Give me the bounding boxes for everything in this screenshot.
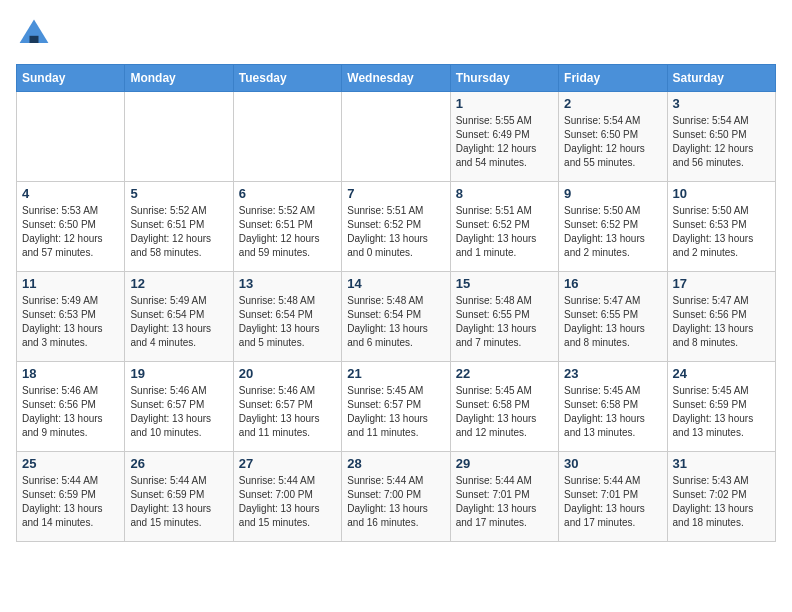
day-number: 23 [564,366,661,381]
day-number: 31 [673,456,770,471]
table-cell: 21Sunrise: 5:45 AM Sunset: 6:57 PM Dayli… [342,362,450,452]
table-cell: 1Sunrise: 5:55 AM Sunset: 6:49 PM Daylig… [450,92,558,182]
day-number: 11 [22,276,119,291]
table-cell [233,92,341,182]
table-cell: 10Sunrise: 5:50 AM Sunset: 6:53 PM Dayli… [667,182,775,272]
day-info: Sunrise: 5:44 AM Sunset: 7:00 PM Dayligh… [347,474,444,530]
day-info: Sunrise: 5:46 AM Sunset: 6:57 PM Dayligh… [239,384,336,440]
day-number: 6 [239,186,336,201]
table-cell: 17Sunrise: 5:47 AM Sunset: 6:56 PM Dayli… [667,272,775,362]
day-info: Sunrise: 5:48 AM Sunset: 6:54 PM Dayligh… [347,294,444,350]
day-info: Sunrise: 5:44 AM Sunset: 6:59 PM Dayligh… [130,474,227,530]
day-info: Sunrise: 5:47 AM Sunset: 6:56 PM Dayligh… [673,294,770,350]
table-cell: 16Sunrise: 5:47 AM Sunset: 6:55 PM Dayli… [559,272,667,362]
table-cell: 8Sunrise: 5:51 AM Sunset: 6:52 PM Daylig… [450,182,558,272]
day-info: Sunrise: 5:46 AM Sunset: 6:57 PM Dayligh… [130,384,227,440]
calendar-table: SundayMondayTuesdayWednesdayThursdayFrid… [16,64,776,542]
day-info: Sunrise: 5:50 AM Sunset: 6:53 PM Dayligh… [673,204,770,260]
table-cell: 23Sunrise: 5:45 AM Sunset: 6:58 PM Dayli… [559,362,667,452]
table-cell: 12Sunrise: 5:49 AM Sunset: 6:54 PM Dayli… [125,272,233,362]
day-number: 27 [239,456,336,471]
table-cell: 14Sunrise: 5:48 AM Sunset: 6:54 PM Dayli… [342,272,450,362]
day-info: Sunrise: 5:44 AM Sunset: 7:01 PM Dayligh… [564,474,661,530]
table-cell: 24Sunrise: 5:45 AM Sunset: 6:59 PM Dayli… [667,362,775,452]
table-cell: 4Sunrise: 5:53 AM Sunset: 6:50 PM Daylig… [17,182,125,272]
day-info: Sunrise: 5:45 AM Sunset: 6:58 PM Dayligh… [564,384,661,440]
table-cell: 22Sunrise: 5:45 AM Sunset: 6:58 PM Dayli… [450,362,558,452]
table-cell: 13Sunrise: 5:48 AM Sunset: 6:54 PM Dayli… [233,272,341,362]
day-info: Sunrise: 5:45 AM Sunset: 6:58 PM Dayligh… [456,384,553,440]
day-number: 21 [347,366,444,381]
day-info: Sunrise: 5:46 AM Sunset: 6:56 PM Dayligh… [22,384,119,440]
table-cell: 28Sunrise: 5:44 AM Sunset: 7:00 PM Dayli… [342,452,450,542]
table-cell: 9Sunrise: 5:50 AM Sunset: 6:52 PM Daylig… [559,182,667,272]
day-number: 24 [673,366,770,381]
table-cell: 7Sunrise: 5:51 AM Sunset: 6:52 PM Daylig… [342,182,450,272]
day-number: 12 [130,276,227,291]
week-row-3: 11Sunrise: 5:49 AM Sunset: 6:53 PM Dayli… [17,272,776,362]
day-info: Sunrise: 5:45 AM Sunset: 6:59 PM Dayligh… [673,384,770,440]
day-number: 29 [456,456,553,471]
day-number: 10 [673,186,770,201]
week-row-1: 1Sunrise: 5:55 AM Sunset: 6:49 PM Daylig… [17,92,776,182]
weekday-header-thursday: Thursday [450,65,558,92]
day-info: Sunrise: 5:53 AM Sunset: 6:50 PM Dayligh… [22,204,119,260]
week-row-4: 18Sunrise: 5:46 AM Sunset: 6:56 PM Dayli… [17,362,776,452]
day-number: 18 [22,366,119,381]
day-number: 16 [564,276,661,291]
table-cell: 11Sunrise: 5:49 AM Sunset: 6:53 PM Dayli… [17,272,125,362]
weekday-header-sunday: Sunday [17,65,125,92]
table-cell [342,92,450,182]
day-number: 19 [130,366,227,381]
day-number: 4 [22,186,119,201]
day-number: 28 [347,456,444,471]
day-info: Sunrise: 5:52 AM Sunset: 6:51 PM Dayligh… [130,204,227,260]
table-cell: 18Sunrise: 5:46 AM Sunset: 6:56 PM Dayli… [17,362,125,452]
day-info: Sunrise: 5:49 AM Sunset: 6:53 PM Dayligh… [22,294,119,350]
table-cell [125,92,233,182]
day-number: 15 [456,276,553,291]
logo-icon [16,16,52,52]
day-number: 25 [22,456,119,471]
day-info: Sunrise: 5:55 AM Sunset: 6:49 PM Dayligh… [456,114,553,170]
day-info: Sunrise: 5:44 AM Sunset: 7:00 PM Dayligh… [239,474,336,530]
day-info: Sunrise: 5:47 AM Sunset: 6:55 PM Dayligh… [564,294,661,350]
table-cell [17,92,125,182]
week-row-2: 4Sunrise: 5:53 AM Sunset: 6:50 PM Daylig… [17,182,776,272]
table-cell: 29Sunrise: 5:44 AM Sunset: 7:01 PM Dayli… [450,452,558,542]
day-info: Sunrise: 5:49 AM Sunset: 6:54 PM Dayligh… [130,294,227,350]
table-cell: 30Sunrise: 5:44 AM Sunset: 7:01 PM Dayli… [559,452,667,542]
day-number: 3 [673,96,770,111]
day-info: Sunrise: 5:54 AM Sunset: 6:50 PM Dayligh… [673,114,770,170]
table-cell: 3Sunrise: 5:54 AM Sunset: 6:50 PM Daylig… [667,92,775,182]
day-info: Sunrise: 5:54 AM Sunset: 6:50 PM Dayligh… [564,114,661,170]
day-info: Sunrise: 5:43 AM Sunset: 7:02 PM Dayligh… [673,474,770,530]
day-number: 22 [456,366,553,381]
day-number: 2 [564,96,661,111]
weekday-header-friday: Friday [559,65,667,92]
day-info: Sunrise: 5:44 AM Sunset: 7:01 PM Dayligh… [456,474,553,530]
table-cell: 15Sunrise: 5:48 AM Sunset: 6:55 PM Dayli… [450,272,558,362]
table-cell: 27Sunrise: 5:44 AM Sunset: 7:00 PM Dayli… [233,452,341,542]
day-info: Sunrise: 5:50 AM Sunset: 6:52 PM Dayligh… [564,204,661,260]
day-info: Sunrise: 5:45 AM Sunset: 6:57 PM Dayligh… [347,384,444,440]
weekday-header-monday: Monday [125,65,233,92]
day-number: 9 [564,186,661,201]
day-info: Sunrise: 5:52 AM Sunset: 6:51 PM Dayligh… [239,204,336,260]
day-number: 8 [456,186,553,201]
day-info: Sunrise: 5:48 AM Sunset: 6:54 PM Dayligh… [239,294,336,350]
weekday-header-tuesday: Tuesday [233,65,341,92]
svg-rect-1 [30,36,39,43]
day-number: 5 [130,186,227,201]
day-number: 1 [456,96,553,111]
week-row-5: 25Sunrise: 5:44 AM Sunset: 6:59 PM Dayli… [17,452,776,542]
day-number: 7 [347,186,444,201]
weekday-header-wednesday: Wednesday [342,65,450,92]
table-cell: 6Sunrise: 5:52 AM Sunset: 6:51 PM Daylig… [233,182,341,272]
table-cell: 19Sunrise: 5:46 AM Sunset: 6:57 PM Dayli… [125,362,233,452]
day-number: 14 [347,276,444,291]
logo [16,16,56,52]
table-cell: 5Sunrise: 5:52 AM Sunset: 6:51 PM Daylig… [125,182,233,272]
day-number: 26 [130,456,227,471]
day-info: Sunrise: 5:51 AM Sunset: 6:52 PM Dayligh… [347,204,444,260]
